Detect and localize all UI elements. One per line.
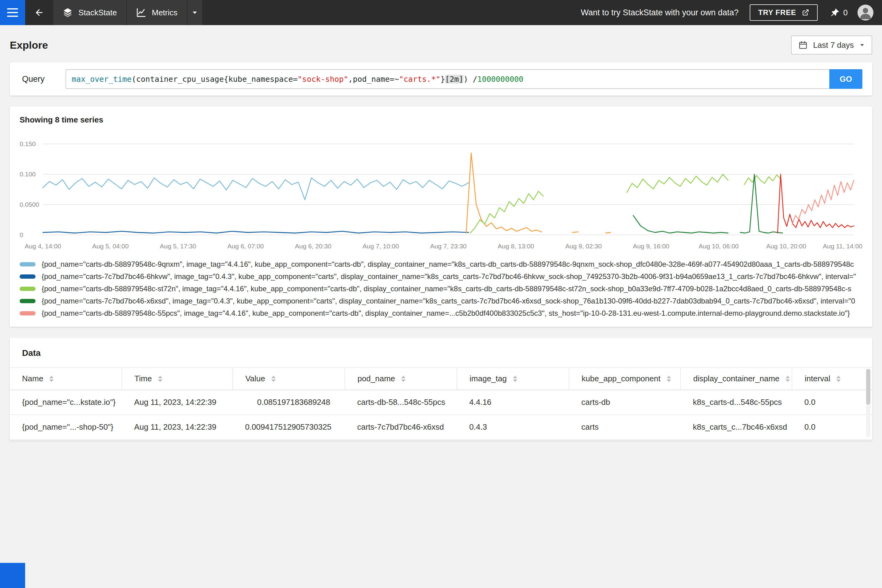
- table-header-row: NameTimeValuepod_nameimage_tagkube_app_c…: [10, 368, 872, 390]
- go-button[interactable]: GO: [830, 69, 862, 89]
- svg-text:Aug 6, 20:30: Aug 6, 20:30: [295, 243, 332, 250]
- try-free-button[interactable]: TRY FREE: [750, 4, 818, 21]
- sort-icon[interactable]: [272, 376, 276, 382]
- chart-panel: Showing 8 time series 0.1500.1000.05000A…: [10, 106, 872, 327]
- svg-text:0: 0: [20, 231, 23, 238]
- legend-item[interactable]: {pod_name="carts-7c7bd7bc46-6hkvw", imag…: [20, 270, 862, 283]
- page-title: Explore: [10, 39, 48, 51]
- person-icon: [858, 4, 873, 21]
- legend-item[interactable]: {pod_name="carts-db-588979548c-st72n", i…: [20, 283, 862, 295]
- data-panel: Data NameTimeValuepod_nameimage_tagkube_…: [10, 338, 872, 440]
- metrics-label: Metrics: [152, 8, 178, 18]
- svg-text:Aug 4, 14:00: Aug 4, 14:00: [24, 243, 61, 250]
- svg-text:Aug 9, 16:00: Aug 9, 16:00: [633, 243, 669, 250]
- sort-icon[interactable]: [158, 376, 162, 382]
- cell-value: 0.085197183689248: [233, 390, 345, 415]
- sort-icon[interactable]: [401, 376, 405, 382]
- table-scrollbar-thumb[interactable]: [866, 369, 870, 405]
- chart-summary: Showing 8 time series: [20, 115, 862, 124]
- data-panel-title: Data: [10, 338, 872, 367]
- calendar-icon: [798, 40, 808, 50]
- legend-label: {pod_name="carts-db-588979548c-st72n", i…: [42, 285, 851, 293]
- series-carts-db-588979548c-sorange: [466, 153, 542, 233]
- legend-swatch-icon: [20, 311, 36, 315]
- query-token: (container_cpu_usage{: [132, 75, 228, 84]
- legend-swatch-icon: [20, 274, 36, 279]
- data-table-wrap: NameTimeValuepod_nameimage_tagkube_app_c…: [10, 367, 872, 440]
- time-range-label: Last 7 days: [813, 40, 854, 50]
- column-header-name[interactable]: Name: [10, 368, 122, 390]
- app-viewport: StackState Metrics Want to try StackStat…: [0, 0, 882, 588]
- series-carts-7c7bd7bc46-x6xsd: [633, 216, 728, 233]
- time-range-selector[interactable]: Last 7 days: [791, 36, 872, 54]
- svg-text:0.0500: 0.0500: [20, 201, 39, 208]
- column-header-image-tag[interactable]: image_tag: [457, 368, 569, 390]
- series-carts-7c7bd7bc46-x6xsd: [740, 174, 783, 233]
- svg-text:Aug 6, 07:00: Aug 6, 07:00: [227, 243, 264, 250]
- topbar-spacer: [202, 0, 581, 25]
- cell-name: {pod_name="c...kstate.io"}: [10, 390, 122, 415]
- user-avatar[interactable]: [858, 4, 873, 21]
- column-header-pod-name[interactable]: pod_name: [345, 368, 457, 390]
- cell-time: Aug 11, 2023, 14:22:39: [122, 390, 233, 415]
- column-header-display-container-name[interactable]: display_container_name: [681, 368, 792, 390]
- legend-label: {pod_name="carts-db-588979548c-55pcs", i…: [42, 309, 850, 318]
- query-token: kube_namespace=: [228, 75, 298, 84]
- sort-icon[interactable]: [667, 376, 671, 382]
- topbar: StackState Metrics Want to try StackStat…: [0, 0, 882, 25]
- cell-value: 0.009417512905730325: [233, 415, 345, 440]
- hamburger-menu-button[interactable]: [0, 0, 25, 25]
- back-button[interactable]: [25, 0, 53, 25]
- table-row[interactable]: {pod_name="...-shop-50"}Aug 11, 2023, 14…: [10, 415, 872, 440]
- sort-icon[interactable]: [513, 376, 517, 382]
- cell-name: {pod_name="...-shop-50"}: [10, 415, 122, 440]
- legend-swatch-icon: [20, 262, 36, 266]
- column-label: interval: [804, 374, 830, 383]
- time-series-chart[interactable]: 0.1500.1000.05000Aug 4, 14:00Aug 5, 04:0…: [20, 131, 862, 253]
- chevron-down-icon: [860, 42, 865, 48]
- column-header-value[interactable]: Value: [233, 368, 345, 390]
- table-scrollbar[interactable]: [866, 368, 870, 437]
- cell-interval: 0.0: [792, 415, 872, 440]
- cell-image-tag: 0.4.3: [457, 415, 569, 440]
- column-header-time[interactable]: Time: [122, 368, 233, 390]
- svg-text:0.150: 0.150: [20, 140, 36, 147]
- column-label: pod_name: [357, 374, 395, 383]
- column-label: image_tag: [470, 374, 507, 383]
- table-row[interactable]: {pod_name="c...kstate.io"}Aug 11, 2023, …: [10, 390, 872, 415]
- cell-kube-app-component: carts: [569, 415, 681, 440]
- pin-count-badge: 0: [843, 8, 848, 18]
- cell-time: Aug 11, 2023, 14:22:39: [122, 415, 233, 440]
- legend-label: {pod_name="carts-7c7bd7bc46-6hkvw", imag…: [42, 272, 856, 281]
- series-carts-db-588979548c-sorange: [606, 232, 610, 233]
- column-header-kube-app-component[interactable]: kube_app_component: [569, 368, 681, 390]
- legend-item[interactable]: {pod_name="carts-db-588979548c-9qnxm", i…: [20, 258, 862, 270]
- svg-text:0.100: 0.100: [20, 171, 36, 178]
- column-label: Time: [135, 374, 152, 383]
- bottom-left-menu-button[interactable]: [0, 563, 25, 588]
- metrics-dropdown-caret[interactable]: [188, 0, 202, 25]
- legend-label: {pod_name="carts-7c7bd7bc46-x6xsd", imag…: [42, 297, 855, 305]
- external-link-icon: [802, 9, 809, 16]
- legend-item[interactable]: {pod_name="carts-db-588979548c-55pcs", i…: [20, 307, 862, 320]
- cell-image-tag: 4.4.16: [457, 390, 569, 415]
- metrics-chart-icon: [136, 8, 146, 18]
- series-carts-db-588979548c-55pcs: [792, 180, 854, 224]
- svg-text:Aug 5, 04:00: Aug 5, 04:00: [92, 243, 129, 250]
- query-token: }: [440, 75, 445, 84]
- svg-text:Aug 7, 23:30: Aug 7, 23:30: [430, 243, 466, 250]
- pin-button[interactable]: 0: [830, 8, 848, 18]
- column-label: display_container_name: [693, 374, 779, 383]
- cell-display-container-name: k8s_carts_c...7bc46-x6xsd: [681, 415, 792, 440]
- sort-icon[interactable]: [786, 376, 790, 382]
- sort-icon[interactable]: [49, 376, 54, 382]
- query-token: 1000000000: [477, 75, 524, 84]
- chevron-down-icon: [192, 9, 198, 16]
- legend-item[interactable]: {pod_name="carts-7c7bd7bc46-x6xsd", imag…: [20, 295, 862, 307]
- query-input[interactable]: max_over_time(container_cpu_usage{kube_n…: [66, 69, 830, 89]
- nav-stackstate[interactable]: StackState: [53, 0, 127, 25]
- cell-kube-app-component: carts-db: [569, 390, 681, 415]
- nav-metrics[interactable]: Metrics: [127, 0, 188, 25]
- sort-icon[interactable]: [836, 376, 841, 382]
- column-header-interval[interactable]: interval: [792, 368, 872, 390]
